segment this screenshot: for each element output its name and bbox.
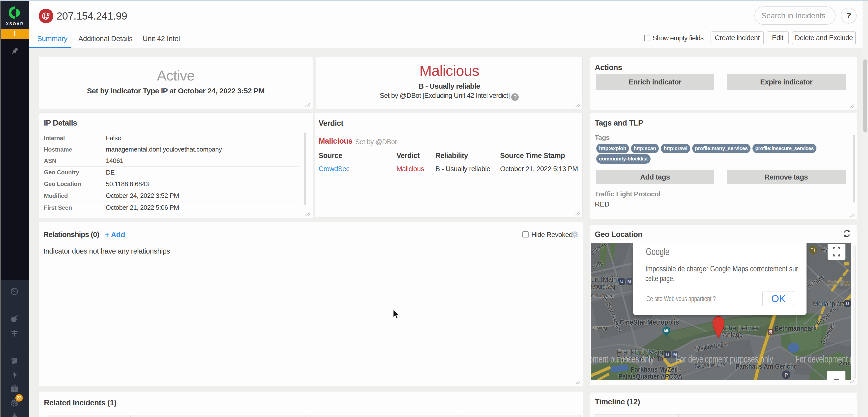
svg-text:P: P (784, 372, 788, 378)
svg-text:neburgweg: neburgweg (591, 283, 615, 290)
svg-text:M: M (627, 279, 631, 284)
svg-text:OK: OK (771, 293, 786, 304)
svg-text:Café Buu: Café Buu (827, 279, 850, 287)
svg-text:U: U (666, 352, 670, 357)
svg-text:Anlage: Anlage (723, 331, 743, 338)
svg-text:Bethmannpark: Bethmannpark (775, 324, 817, 332)
svg-text:U: U (846, 301, 849, 306)
svg-text:Merianplatz: Merianplatz (813, 300, 845, 308)
svg-text:Ce site Web vous appartient ?: Ce site Web vous appartient ? (646, 294, 716, 303)
svg-text:U: U (620, 279, 624, 284)
svg-text:For development p: For development p (795, 354, 850, 364)
svg-text:cette page.: cette page. (645, 274, 675, 283)
svg-text:CineStar Metropolis: CineStar Metropolis (620, 318, 679, 326)
svg-text:pment purposes only: pment purposes only (591, 354, 654, 364)
svg-text:Google: Google (646, 246, 670, 257)
svg-text:PalaisQuartier APCOA: PalaisQuartier APCOA (618, 373, 682, 380)
svg-text:Ineburgweg: Ineburgweg (591, 292, 614, 299)
svg-text:furt (Main): furt (Main) (591, 275, 619, 283)
svg-text:Parkhaus MyZeil -: Parkhaus MyZeil - (631, 366, 681, 373)
svg-text:erweg: erweg (592, 325, 607, 331)
svg-text:For development purposes only: For development purposes only (676, 354, 773, 364)
svg-text:Impossible de charger Google M: Impossible de charger Google Maps correc… (645, 265, 798, 273)
